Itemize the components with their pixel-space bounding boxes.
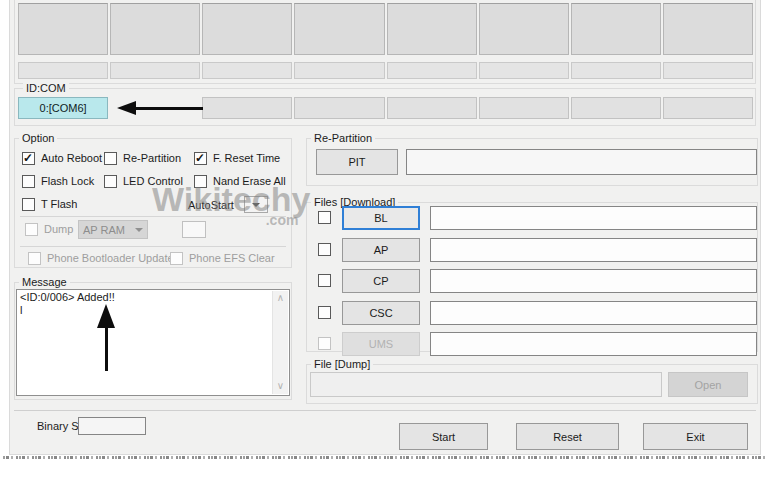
checkbox-label: F. Reset Time bbox=[213, 152, 280, 164]
checkbox-label: Auto Reboot bbox=[41, 152, 102, 164]
pit-button[interactable]: PIT bbox=[316, 149, 398, 175]
start-button[interactable]: Start bbox=[399, 423, 488, 450]
progress-bar bbox=[294, 62, 384, 79]
autostart-dropdown[interactable] bbox=[244, 196, 268, 213]
bl-checkbox[interactable] bbox=[318, 211, 331, 224]
status-box-row bbox=[18, 3, 753, 55]
dump-size-field bbox=[182, 221, 206, 238]
checkbox-icon[interactable] bbox=[22, 198, 35, 211]
checkbox-icon[interactable] bbox=[104, 152, 117, 165]
checkbox-icon[interactable] bbox=[194, 175, 207, 188]
checkbox-dump: Dump bbox=[25, 222, 73, 236]
message-log-text: <ID:0/006> Added!! l bbox=[20, 291, 271, 317]
status-box bbox=[294, 3, 384, 55]
annotation-arrow-left-icon bbox=[117, 101, 205, 115]
checkbox-icon[interactable] bbox=[194, 152, 207, 165]
file-dump-group-label: File [Dump] bbox=[311, 358, 373, 371]
csc-button[interactable]: CSC bbox=[342, 301, 420, 325]
status-box bbox=[202, 3, 292, 55]
checkbox-label: Flash Lock bbox=[41, 175, 94, 187]
cp-file-field[interactable] bbox=[430, 269, 757, 293]
ap-checkbox[interactable] bbox=[318, 243, 331, 256]
dump-partition-dropdown: AP RAM bbox=[78, 220, 148, 239]
status-box bbox=[663, 3, 753, 55]
pit-file-field[interactable] bbox=[406, 149, 757, 175]
separator bbox=[20, 246, 286, 247]
reset-button[interactable]: Reset bbox=[516, 423, 619, 450]
arrow-head bbox=[97, 304, 115, 328]
csc-file-field[interactable] bbox=[430, 301, 757, 325]
scroll-down-icon[interactable] bbox=[273, 379, 288, 394]
progress-bar bbox=[663, 62, 753, 79]
progress-bar bbox=[387, 62, 477, 79]
cp-button[interactable]: CP bbox=[342, 269, 420, 293]
arrow-line bbox=[133, 107, 203, 110]
progress-bar-row bbox=[18, 62, 753, 79]
annotation-arrow-up-icon bbox=[94, 304, 118, 374]
separator bbox=[20, 216, 286, 217]
checkbox-icon[interactable] bbox=[22, 152, 35, 165]
exit-button[interactable]: Exit bbox=[643, 423, 748, 450]
com-port-slot-active: 0:[COM6] bbox=[18, 97, 108, 119]
checkbox-icon[interactable] bbox=[22, 175, 35, 188]
checkbox-icon bbox=[170, 252, 183, 265]
checkbox-flash-lock[interactable]: Flash Lock bbox=[22, 174, 94, 188]
ums-button: UMS bbox=[342, 332, 420, 356]
checkbox-t-flash[interactable]: T Flash bbox=[22, 197, 77, 211]
odin-flash-tool-screenshot: ID:COM 0:[COM6] Option Auto Reboot Re-Pa… bbox=[0, 0, 768, 491]
dropdown-value: AP RAM bbox=[83, 224, 125, 236]
progress-bar bbox=[110, 62, 200, 79]
checkbox-icon bbox=[28, 252, 41, 265]
open-button: Open bbox=[668, 372, 748, 397]
ums-file-field[interactable] bbox=[430, 332, 757, 356]
ap-file-field[interactable] bbox=[430, 238, 757, 262]
message-scrollbar[interactable] bbox=[272, 291, 288, 394]
checkbox-phone-efs-clear: Phone EFS Clear bbox=[170, 251, 275, 265]
checkbox-phone-bootloader-update: Phone Bootloader Update bbox=[28, 251, 174, 265]
scroll-up-icon[interactable] bbox=[273, 291, 288, 306]
checkbox-auto-reboot[interactable]: Auto Reboot bbox=[22, 151, 102, 165]
cp-checkbox[interactable] bbox=[318, 274, 331, 287]
progress-bar bbox=[202, 62, 292, 79]
com-port-slot bbox=[202, 97, 292, 119]
footer-separator bbox=[14, 410, 756, 411]
odin-window: ID:COM 0:[COM6] Option Auto Reboot Re-Pa… bbox=[10, 0, 760, 454]
checkbox-led-control[interactable]: LED Control bbox=[104, 174, 183, 188]
bl-button[interactable]: BL bbox=[342, 206, 420, 230]
binary-size-field bbox=[78, 417, 146, 435]
com-port-slot bbox=[294, 97, 384, 119]
chevron-down-icon bbox=[135, 228, 143, 232]
checkbox-label: Re-Partition bbox=[123, 152, 181, 164]
id-com-group-label: ID:COM bbox=[23, 82, 69, 95]
message-line: <ID:0/006> Added!! bbox=[20, 291, 271, 304]
message-log[interactable]: <ID:0/006> Added!! l bbox=[16, 289, 290, 396]
option-group-label: Option bbox=[19, 132, 57, 145]
status-box bbox=[571, 3, 661, 55]
ap-button[interactable]: AP bbox=[342, 238, 420, 262]
re-partition-group-label: Re-Partition bbox=[311, 132, 375, 145]
arrow-line bbox=[105, 327, 108, 371]
autostart-label: AutoStart bbox=[188, 199, 234, 211]
progress-bar bbox=[571, 62, 661, 79]
checkbox-nand-erase-all[interactable]: Nand Erase All bbox=[194, 174, 286, 188]
message-group-label: Message bbox=[19, 276, 70, 289]
com-port-slot bbox=[571, 97, 661, 119]
chevron-down-icon bbox=[252, 203, 260, 207]
checkbox-icon[interactable] bbox=[104, 175, 117, 188]
status-box bbox=[479, 3, 569, 55]
com-port-slot bbox=[479, 97, 569, 119]
status-box bbox=[18, 3, 108, 55]
checkbox-f-reset-time[interactable]: F. Reset Time bbox=[194, 151, 280, 165]
checkbox-re-partition[interactable]: Re-Partition bbox=[104, 151, 181, 165]
ums-checkbox bbox=[318, 337, 331, 350]
progress-bar bbox=[18, 62, 108, 79]
checkbox-icon bbox=[25, 223, 38, 236]
checkbox-label: Dump bbox=[44, 223, 73, 235]
checkbox-label: T Flash bbox=[41, 198, 77, 210]
text-cursor: l bbox=[20, 304, 271, 317]
csc-checkbox[interactable] bbox=[318, 306, 331, 319]
compressed-text-strip bbox=[3, 456, 765, 459]
checkbox-label: Phone Bootloader Update bbox=[47, 252, 174, 264]
bl-file-field[interactable] bbox=[430, 206, 757, 230]
checkbox-label: Phone EFS Clear bbox=[189, 252, 275, 264]
